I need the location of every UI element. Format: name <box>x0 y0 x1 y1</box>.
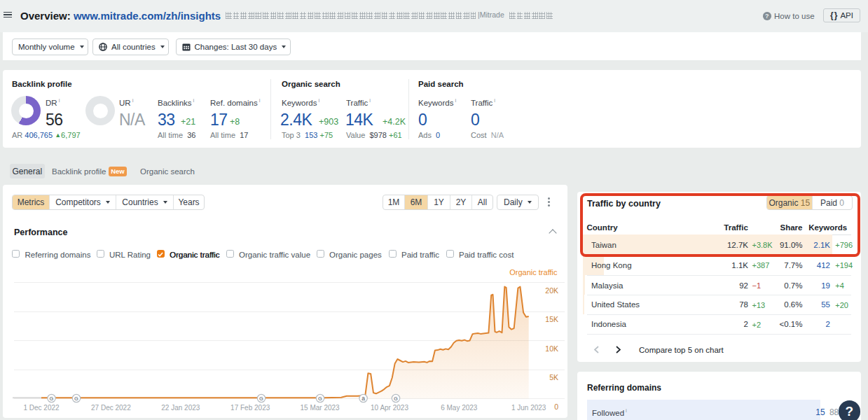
svg-text:G: G <box>259 396 263 402</box>
svg-text:5K: 5K <box>549 373 558 382</box>
svg-text:G: G <box>50 396 54 402</box>
svg-text:G: G <box>394 396 398 402</box>
svg-text:G: G <box>74 396 78 402</box>
svg-text:a: a <box>361 395 365 402</box>
svg-text:G: G <box>318 396 322 402</box>
svg-text:10K: 10K <box>545 344 558 353</box>
